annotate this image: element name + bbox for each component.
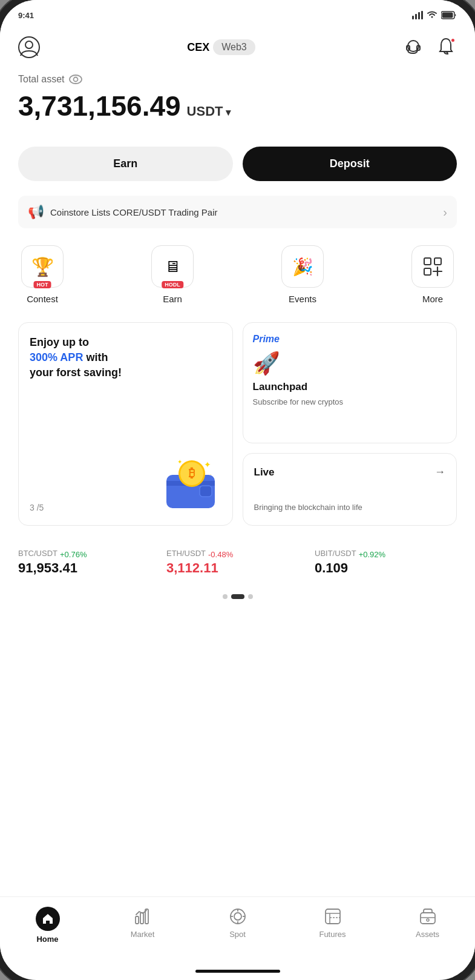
earn-button[interactable]: Earn — [18, 147, 233, 181]
wifi-icon — [427, 11, 437, 19]
rocket-icon: 🚀 — [253, 351, 280, 376]
spot-label: Spot — [229, 930, 246, 939]
cards-grid: Enjoy up to 300% APR with your forst sav… — [18, 322, 457, 526]
asset-label-text: Total asset — [18, 74, 64, 85]
contest-label: Contest — [27, 294, 58, 304]
ubit-price: 0.109 — [315, 560, 457, 576]
tab-web3[interactable]: Web3 — [213, 39, 255, 55]
dot-3 — [248, 594, 253, 599]
promo-line2: with — [86, 351, 108, 363]
launchpad-card[interactable]: Prime 🚀 Launchpad Subscribe for new cryp… — [243, 322, 457, 443]
promo-card[interactable]: Enjoy up to 300% APR with your forst sav… — [18, 322, 233, 526]
header-icons — [402, 36, 457, 58]
asset-currency[interactable]: USDT — [187, 104, 231, 119]
tab-cex[interactable]: CEX — [187, 41, 209, 54]
market-svg — [134, 909, 151, 924]
asset-amount: 3,731,156.49 USDT — [18, 90, 457, 122]
ticker-section: BTC/USDT +0.76% 91,953.41 ETH/USDT -0.48… — [18, 543, 457, 588]
nav-home[interactable]: Home — [30, 907, 66, 944]
wallet-illustration: ₿ ✦ ✦ · — [160, 457, 224, 517]
spot-svg — [229, 908, 247, 925]
profile-button[interactable] — [18, 36, 40, 58]
asset-number: 3,731,156.49 — [18, 90, 181, 122]
eye-icon[interactable] — [69, 74, 82, 84]
home-label: Home — [36, 935, 58, 944]
deposit-button[interactable]: Deposit — [243, 147, 457, 181]
grid-plus-icon — [422, 256, 443, 277]
promo-line3: your forst saving! — [30, 366, 122, 379]
page-indicator: 3 /5 — [30, 503, 44, 512]
svg-rect-5 — [442, 13, 453, 18]
svg-text:✦: ✦ — [177, 459, 182, 465]
action-buttons: Earn Deposit — [18, 147, 457, 181]
home-svg — [42, 913, 54, 925]
ticker-row: BTC/USDT +0.76% 91,953.41 ETH/USDT -0.48… — [18, 549, 457, 576]
apr-text: 300% APR — [30, 351, 83, 363]
eth-pair: ETH/USDT — [166, 549, 206, 558]
dot-1 — [223, 594, 228, 599]
eth-price: 3,112.11 — [166, 560, 309, 576]
ticker-ubit[interactable]: UBIT/USDT +0.92% 0.109 — [315, 549, 457, 576]
phone-frame: 9:41 — [0, 0, 475, 980]
quick-actions: 🏆 HOT Contest 🖥 HODL Earn 🎉 Events — [18, 245, 457, 304]
live-card[interactable]: Live → Bringing the blockchain into life — [243, 453, 457, 526]
nav-market[interactable]: Market — [125, 907, 161, 944]
svg-point-42 — [427, 919, 429, 921]
svg-text:₿: ₿ — [189, 466, 195, 480]
quick-item-contest[interactable]: 🏆 HOT Contest — [18, 245, 67, 304]
live-title: Live — [254, 466, 275, 478]
hodl-badge: HODL — [162, 281, 183, 288]
more-label: More — [422, 294, 443, 304]
wallet-svg: ₿ ✦ ✦ · — [160, 457, 224, 514]
assets-label: Assets — [416, 930, 439, 939]
dot-2-active — [231, 594, 244, 599]
asset-label: Total asset — [18, 74, 457, 85]
home-bar — [195, 970, 280, 973]
assets-icon — [418, 907, 437, 926]
ticker-btc[interactable]: BTC/USDT +0.76% 91,953.41 — [18, 549, 160, 576]
megaphone-icon: 📢 — [28, 204, 44, 220]
assets-svg — [419, 908, 436, 925]
nav-spot[interactable]: Spot — [220, 907, 256, 944]
svg-text:✦: ✦ — [204, 460, 211, 469]
support-button[interactable] — [402, 36, 424, 58]
notification-button[interactable] — [435, 36, 457, 58]
announcement-text: Coinstore Lists CORE/USDT Trading Pair — [50, 207, 217, 217]
btc-pair: BTC/USDT — [18, 549, 57, 558]
tab-switcher: CEX Web3 — [187, 39, 255, 55]
eth-change: -0.48% — [208, 550, 233, 559]
nav-futures[interactable]: Futures — [315, 907, 351, 944]
live-header: Live → — [254, 466, 446, 478]
quick-item-earn[interactable]: 🖥 HODL Earn — [148, 245, 197, 304]
earn-icon: 🖥 — [165, 257, 180, 276]
futures-svg — [324, 908, 341, 925]
chevron-right-icon: › — [443, 205, 447, 219]
svg-rect-14 — [434, 258, 441, 265]
launchpad-subtitle: Subscribe for new cryptos — [253, 397, 344, 408]
svg-point-12 — [74, 78, 78, 82]
ticker-eth[interactable]: ETH/USDT -0.48% 3,112.11 — [166, 549, 309, 576]
svg-rect-27 — [136, 916, 139, 924]
contest-icon-box: 🏆 HOT — [21, 245, 64, 288]
launchpad-title: Launchpad — [253, 381, 308, 393]
hot-badge: HOT — [34, 281, 51, 288]
nav-assets[interactable]: Assets — [410, 907, 446, 944]
svg-rect-2 — [418, 12, 420, 19]
live-subtitle: Bringing the blockchain into life — [254, 502, 446, 513]
announcement-content: 📢 Coinstore Lists CORE/USDT Trading Pair — [28, 204, 217, 220]
spot-icon — [228, 907, 247, 926]
announcement-bar[interactable]: 📢 Coinstore Lists CORE/USDT Trading Pair… — [18, 196, 457, 228]
pagination-dots — [18, 588, 457, 611]
svg-rect-28 — [140, 913, 143, 924]
events-label: Events — [289, 294, 316, 304]
svg-rect-1 — [415, 14, 417, 19]
quick-item-more[interactable]: More — [408, 245, 457, 304]
svg-point-31 — [234, 913, 241, 920]
status-bar: 9:41 — [0, 0, 475, 30]
quick-item-events[interactable]: 🎉 Events — [278, 245, 327, 304]
signal-icon — [412, 11, 423, 19]
arrow-right-icon: → — [434, 466, 445, 478]
home-icon — [36, 907, 60, 931]
earn-icon-box: 🖥 HODL — [151, 245, 194, 288]
battery-icon — [441, 11, 457, 19]
